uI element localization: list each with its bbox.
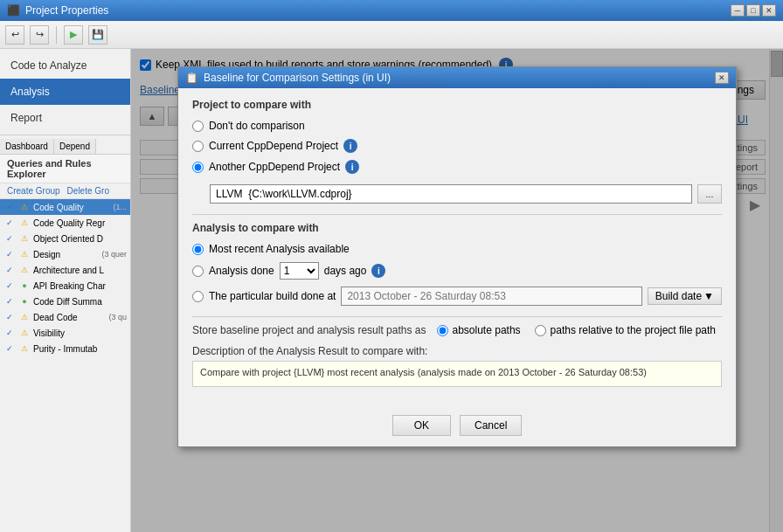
query-check-icon: ✓ — [3, 280, 16, 292]
tab-depend[interactable]: Depend — [54, 139, 96, 154]
query-check-icon: ✓ — [3, 327, 16, 339]
query-label: Visibility — [33, 328, 124, 338]
query-item-design[interactable]: ✓⚠Design(3 quer — [0, 246, 130, 262]
content-area: Keep XML files used to build reports and… — [131, 49, 783, 532]
query-item-code-quality-reg[interactable]: ✓⚠Code Quality Regr — [0, 215, 130, 231]
query-item-purity[interactable]: ✓⚠Purity - Immutab — [0, 341, 130, 356]
project-input-row: ... — [210, 184, 722, 204]
query-warning-icon: ⚠ — [18, 248, 31, 260]
toolbar-sep1 — [56, 26, 57, 44]
cancel-button[interactable]: Cancel — [460, 415, 522, 436]
days-select[interactable]: 1 — [280, 262, 319, 280]
project-radio-group: Don't do comparison Current CppDepend Pr… — [192, 120, 722, 174]
query-label: Code Diff Summa — [33, 297, 124, 307]
main-layout: Code to Analyze Analysis Report Dashboar… — [0, 49, 783, 532]
another-project-info-icon[interactable]: i — [345, 160, 359, 174]
query-label: Purity - Immutab — [33, 344, 124, 354]
query-item-api-breaking[interactable]: ✓●API Breaking Char — [0, 278, 130, 294]
description-label: Description of the Analysis Result to co… — [192, 345, 722, 357]
radio-most-recent[interactable]: Most recent Analysis available — [192, 243, 722, 255]
radio-another-project[interactable]: Another CppDepend Project i — [192, 160, 722, 174]
sidebar-tabs: Dashboard Depend — [0, 139, 130, 155]
query-check-icon: ✓ — [3, 248, 16, 260]
radio-days-ago[interactable]: Analysis done 1 days ago i — [192, 262, 722, 280]
paths-label: Store baseline project and analysis resu… — [192, 324, 426, 336]
tab-dashboard[interactable]: Dashboard — [0, 139, 54, 154]
sidebar-bottom: Dashboard Depend Queries and Rules Explo… — [0, 135, 130, 532]
current-project-info-icon[interactable]: i — [343, 139, 357, 153]
relative-label: paths relative to the project file path — [551, 324, 716, 336]
create-group-btn[interactable]: Create Group — [7, 186, 60, 196]
query-warning-icon: ⚠ — [18, 217, 31, 229]
query-item-visibility[interactable]: ✓⚠Visibility — [0, 325, 130, 341]
dialog-overlay: 📋 Baseline for Comparison Settings (in U… — [131, 49, 783, 532]
query-label: Code Quality — [33, 203, 110, 212]
days-info-icon[interactable]: i — [371, 264, 385, 278]
ok-button[interactable]: OK — [392, 415, 451, 436]
run-btn[interactable]: ▶ — [64, 25, 83, 45]
date-input[interactable] — [341, 287, 641, 306]
analysis-section: Analysis to compare with Most recent Ana… — [192, 222, 722, 306]
redo-btn[interactable]: ↪ — [30, 25, 49, 45]
dialog-body: Project to compare with Don't do compari… — [178, 88, 736, 408]
query-label: Object Oriented D — [33, 234, 124, 244]
query-warning-icon: ⚠ — [18, 201, 31, 213]
sidebar-item-code-to-analyze[interactable]: Code to Analyze — [0, 52, 130, 79]
paths-row: Store baseline project and analysis resu… — [192, 324, 722, 336]
paths-absolute[interactable]: absolute paths — [437, 324, 521, 336]
query-list: ✓⚠Code Quality(1...✓⚠Code Quality Regr✓⚠… — [0, 199, 130, 356]
separator-1 — [192, 214, 722, 215]
description-section: Description of the Analysis Result to co… — [192, 345, 722, 387]
query-label: Architecture and L — [33, 266, 124, 275]
dialog-close-btn[interactable]: ✕ — [715, 72, 729, 84]
query-item-dead-code[interactable]: ✓⚠Dead Code(3 qu — [0, 309, 130, 325]
undo-btn[interactable]: ↩ — [5, 25, 24, 45]
query-count: (3 quer — [101, 250, 127, 259]
title-bar: ⬛ Project Properties ─ □ ✕ — [0, 0, 783, 21]
radio-no-comparison[interactable]: Don't do comparison — [192, 120, 722, 132]
paths-radio-group: absolute paths paths relative to the pro… — [437, 324, 717, 336]
query-item-object-oriented[interactable]: ✓⚠Object Oriented D — [0, 231, 130, 246]
query-check-icon: ✓ — [3, 264, 16, 276]
dropdown-icon: ▼ — [703, 290, 714, 302]
delete-group-btn[interactable]: Delete Gro — [67, 186, 109, 196]
app-icon: ⬛ — [7, 4, 20, 17]
query-item-code-diff[interactable]: ✓●Code Diff Summa — [0, 294, 130, 309]
query-label: Dead Code — [33, 313, 106, 322]
dialog-title-bar: 📋 Baseline for Comparison Settings (in U… — [178, 67, 736, 88]
query-warning-icon: ⚠ — [18, 342, 31, 355]
query-warning-icon: ⚠ — [18, 264, 31, 276]
minimize-btn[interactable]: ─ — [731, 4, 745, 17]
project-path-input[interactable] — [210, 184, 692, 204]
dialog-title-blurred: ... ... ......... — [396, 73, 441, 83]
query-check-icon: ✓ — [3, 232, 16, 245]
radio-particular-build[interactable]: The particular build done at Build date … — [192, 287, 722, 306]
query-warning-icon: ⚠ — [18, 327, 31, 339]
sidebar-nav: Code to Analyze Analysis Report — [0, 49, 130, 135]
dialog-title: Baseline for Comparison Settings (in UI) — [204, 72, 391, 84]
query-green-icon: ● — [18, 295, 31, 307]
sidebar-item-analysis[interactable]: Analysis — [0, 79, 130, 105]
build-date-label: Build date — [655, 290, 702, 302]
query-item-code-quality[interactable]: ✓⚠Code Quality(1... — [0, 199, 130, 215]
query-label: Code Quality Regr — [33, 218, 124, 228]
paths-relative[interactable]: paths relative to the project file path — [535, 324, 716, 336]
browse-btn[interactable]: ... — [697, 184, 722, 204]
save-btn[interactable]: 💾 — [88, 25, 107, 45]
query-check-icon: ✓ — [3, 217, 16, 229]
baseline-dialog: 📋 Baseline for Comparison Settings (in U… — [177, 66, 737, 447]
query-count: (1... — [113, 203, 127, 211]
analysis-section-title: Analysis to compare with — [192, 222, 722, 234]
query-green-icon: ● — [18, 280, 31, 292]
query-item-architecture[interactable]: ✓⚠Architecture and L — [0, 262, 130, 278]
query-warning-icon: ⚠ — [18, 311, 31, 323]
close-btn[interactable]: ✕ — [762, 4, 776, 17]
sidebar-item-report[interactable]: Report — [0, 105, 130, 131]
query-warning-icon: ⚠ — [18, 232, 31, 245]
maximize-btn[interactable]: □ — [746, 4, 760, 17]
radio-current-project[interactable]: Current CppDepend Project i — [192, 139, 722, 153]
absolute-label: absolute paths — [453, 324, 521, 336]
query-count: (3 qu — [108, 313, 127, 321]
query-check-icon: ✓ — [3, 311, 16, 323]
build-date-btn[interactable]: Build date ▼ — [648, 287, 722, 305]
